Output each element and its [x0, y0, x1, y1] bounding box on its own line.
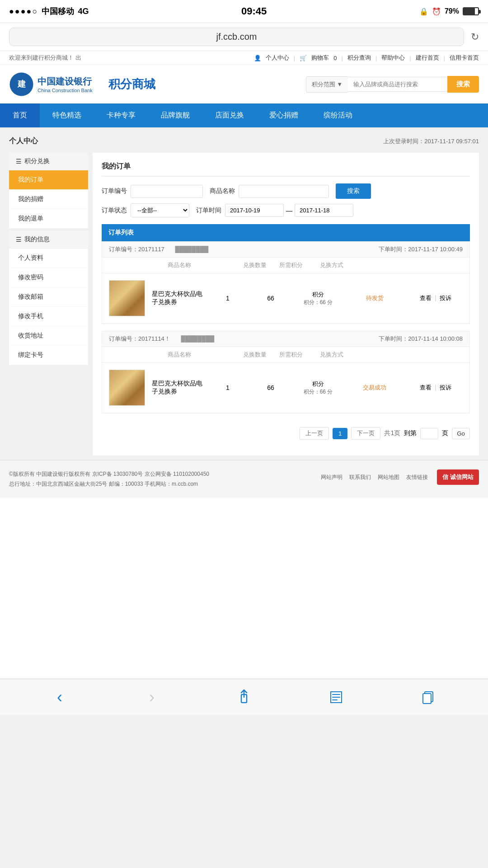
product-name-input[interactable] — [239, 185, 329, 198]
order-status-row: 订单状态 --全部-- — [102, 203, 189, 217]
cart-link[interactable]: 购物车 — [311, 54, 329, 62]
browser-bookmarks-button[interactable] — [323, 684, 350, 711]
last-login-time: 上次登录时间：2017-11-17 09:57:01 — [383, 137, 479, 145]
search-input[interactable] — [348, 77, 447, 92]
site-footer: ©版权所有 中国建设银行版权所有 京ICP备 13030780号 京公网安备 1… — [0, 460, 488, 498]
sidebar-item-my-orders[interactable]: 我的订单 — [9, 170, 88, 190]
trust-icon: 信 — [442, 473, 448, 481]
order-2-actions: 查看 | 投诉 — [408, 384, 463, 392]
order-list-title: 订单列表 — [102, 224, 470, 241]
sidebar-item-my-donations[interactable]: 我的捐赠 — [9, 190, 88, 209]
points-query-link[interactable]: 积分查询 — [347, 54, 371, 62]
browser-tabs-button[interactable] — [415, 684, 442, 711]
order-2-complaint-link[interactable]: 投诉 — [440, 384, 451, 391]
ccb-logo: 建 中国建设银行 China Construction Bank — [9, 72, 93, 97]
order-2-quantity: 1 — [210, 384, 246, 391]
sidebar-item-my-returns[interactable]: 我的退单 — [9, 209, 88, 229]
order-group-2-header: 订单编号：20171114！ ████████ 下单时间：2017-11-14 … — [102, 331, 469, 347]
copyright-text: ©版权所有 中国建设银行版权所有 京ICP备 13030780号 京公网安备 1… — [9, 469, 209, 479]
date-range: — — [225, 204, 353, 217]
nav-item-charity[interactable]: 爱心捐赠 — [257, 103, 311, 127]
status-left: ●●●●○ 中国移动 4G — [9, 6, 89, 17]
credit-card-link[interactable]: 信用卡首页 — [450, 54, 479, 62]
order-1-status: 待发货 — [347, 294, 402, 302]
personal-center-link[interactable]: 个人中心 — [266, 54, 289, 62]
order-1-quantity: 1 — [210, 295, 246, 302]
help-link[interactable]: 帮助中心 — [381, 54, 405, 62]
sidebar-item-address[interactable]: 收货地址 — [9, 326, 88, 346]
footer-link-sitemap[interactable]: 网站地图 — [378, 474, 399, 481]
order-status-select[interactable]: --全部-- — [131, 203, 189, 217]
goto-page-input[interactable] — [420, 428, 438, 439]
goto-page-button[interactable]: Go — [452, 428, 470, 439]
sep2: | — [341, 55, 343, 61]
browser-share-button[interactable] — [230, 684, 258, 711]
sidebar: ☰ 积分兑换 我的订单 我的捐赠 我的退单 ☰ 我的信息 个人资料 修改密码 修… — [9, 153, 88, 455]
homepage-link[interactable]: 建行首页 — [416, 54, 439, 62]
footer-link-friendship[interactable]: 友情链接 — [406, 474, 428, 481]
order-group-2: 订单编号：20171114！ ████████ 下单时间：2017-11-14 … — [102, 331, 470, 413]
sidebar-section-exchange: ☰ 积分兑换 我的订单 我的捐赠 我的退单 — [9, 153, 88, 229]
order-no-input[interactable] — [131, 185, 203, 198]
footer-links: 网站声明 联系我们 网站地图 友情链接 — [321, 474, 428, 481]
order-date-row: 订单时间 — — [196, 204, 353, 217]
cart-count: 0 — [333, 55, 337, 61]
order-1-item: 星巴克大杯饮品电子兑换券 1 66 积分 积分：66 分 待发货 查看 | 投诉 — [102, 273, 469, 324]
top-strip-welcome: 欢迎来到建行积分商城！ 出 — [9, 54, 81, 62]
bank-name-en: China Construction Bank — [38, 88, 93, 93]
address-bar: jf.ccb.com ↻ — [0, 23, 488, 51]
reload-button[interactable]: ↻ — [471, 31, 479, 43]
trust-badge: 信 诚信网站 — [437, 469, 479, 485]
svg-rect-4 — [423, 694, 431, 704]
footer-right: 网站声明 联系我们 网站地图 友情链接 信 诚信网站 — [321, 469, 479, 485]
order-1-product-thumb — [109, 280, 145, 316]
sidebar-item-change-password[interactable]: 修改密码 — [9, 268, 88, 287]
nav-item-featured[interactable]: 特色精选 — [40, 103, 94, 127]
order-search-button[interactable]: 搜索 — [336, 183, 371, 199]
browser-back-button[interactable]: ‹ — [46, 684, 73, 711]
personal-center-icon: 👤 — [254, 55, 261, 61]
search-scope-dropdown[interactable]: 积分范围 ▼ — [306, 76, 348, 93]
footer-link-statement[interactable]: 网站声明 — [321, 474, 343, 481]
battery-percent: 79% — [445, 7, 459, 15]
status-right: 🔒 ⏰ 79% — [419, 7, 479, 16]
date-start-input[interactable] — [225, 204, 284, 217]
logout-btn[interactable]: 出 — [75, 54, 81, 62]
welcome-text: 欢迎来到建行积分商城！ — [9, 54, 74, 62]
sep3: | — [375, 55, 377, 61]
footer-link-contact[interactable]: 联系我们 — [349, 474, 371, 481]
sidebar-item-change-phone[interactable]: 修改手机 — [9, 307, 88, 326]
exchange-section-icon: ☰ — [16, 158, 22, 165]
order-2-view-link[interactable]: 查看 — [420, 384, 432, 391]
url-display[interactable]: jf.ccb.com — [9, 28, 464, 46]
nav-item-home[interactable]: 首页 — [0, 103, 40, 127]
status-bar: ●●●●○ 中国移动 4G 09:45 🔒 ⏰ 79% — [0, 0, 488, 23]
nav-item-card[interactable]: 卡种专享 — [94, 103, 148, 127]
date-end-input[interactable] — [295, 204, 353, 217]
product-name-row: 商品名称 — [210, 185, 329, 198]
info-section-icon: ☰ — [16, 236, 22, 243]
sidebar-item-change-email[interactable]: 修改邮箱 — [9, 287, 88, 307]
pagination: 上一页 1 下一页 共1页 到第 页 Go — [102, 420, 470, 446]
order-2-product-name: 星巴克大杯饮品电子兑换券 — [152, 380, 203, 396]
order-status-label: 订单状态 — [102, 206, 127, 215]
order-2-points: 66 — [253, 384, 289, 391]
nav-item-events[interactable]: 缤纷活动 — [311, 103, 365, 127]
order-1-view-link[interactable]: 查看 — [420, 295, 432, 301]
search-button[interactable]: 搜索 — [447, 76, 479, 93]
network: 4G — [78, 7, 89, 16]
next-page-button[interactable]: 下一页 — [351, 427, 380, 440]
nav-item-brand[interactable]: 品牌旗舰 — [148, 103, 202, 127]
nav-item-store[interactable]: 店面兑换 — [202, 103, 257, 127]
current-page-button[interactable]: 1 — [333, 428, 347, 439]
order-1-method: 积分 积分：66 分 — [296, 291, 341, 306]
sidebar-item-bind-card[interactable]: 绑定卡号 — [9, 346, 88, 365]
prev-page-button[interactable]: 上一页 — [300, 427, 329, 440]
browser-forward-button[interactable]: › — [138, 684, 165, 711]
order-1-action-sep: | — [435, 294, 436, 301]
top-strip: 欢迎来到建行积分商城！ 出 👤 个人中心 | 🛒 购物车 0 | 积分查询 | … — [0, 51, 488, 65]
content-wrapper: 个人中心 上次登录时间：2017-11-17 09:57:01 ☰ 积分兑换 我… — [0, 127, 488, 460]
order-1-complaint-link[interactable]: 投诉 — [440, 295, 451, 301]
sidebar-item-profile[interactable]: 个人资料 — [9, 249, 88, 268]
battery-icon — [463, 7, 479, 15]
